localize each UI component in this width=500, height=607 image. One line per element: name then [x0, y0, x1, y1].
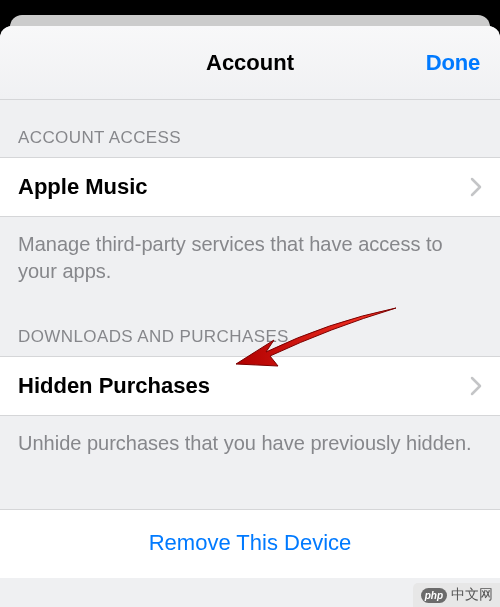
section-header-downloads: DOWNLOADS AND PURCHASES — [0, 299, 500, 356]
watermark: php 中文网 — [413, 583, 500, 607]
done-button[interactable]: Done — [426, 50, 480, 76]
row-label-hidden-purchases: Hidden Purchases — [18, 373, 210, 399]
page-title: Account — [206, 50, 294, 76]
row-hidden-purchases[interactable]: Hidden Purchases — [0, 356, 500, 416]
remove-device-label: Remove This Device — [149, 530, 352, 555]
section-header-account-access: ACCOUNT ACCESS — [0, 100, 500, 157]
chevron-right-icon — [470, 376, 482, 396]
watermark-logo: php — [421, 588, 447, 603]
account-sheet: Account Done ACCOUNT ACCESS Apple Music … — [0, 26, 500, 607]
row-apple-music[interactable]: Apple Music — [0, 157, 500, 217]
row-label-apple-music: Apple Music — [18, 174, 148, 200]
chevron-right-icon — [470, 177, 482, 197]
sheet-header: Account Done — [0, 26, 500, 100]
watermark-text: 中文网 — [451, 586, 493, 604]
section-footer-account-access: Manage third-party services that have ac… — [0, 217, 500, 299]
row-remove-device[interactable]: Remove This Device — [0, 509, 500, 578]
section-footer-downloads: Unhide purchases that you have previousl… — [0, 416, 500, 471]
